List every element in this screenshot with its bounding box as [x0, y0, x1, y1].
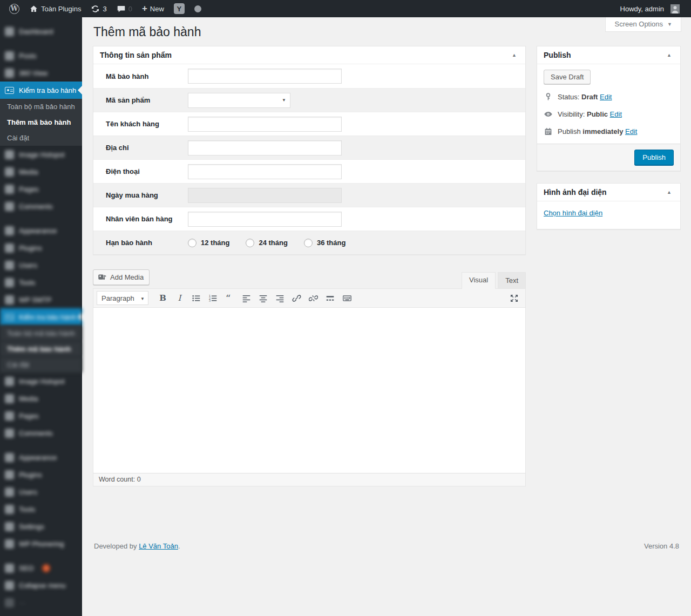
edit-visibility-link[interactable]: Edit [610, 110, 622, 118]
blockquote-icon: “ [225, 294, 234, 303]
italic-button[interactable]: I [172, 291, 187, 305]
warranty-36-months-radio[interactable]: 36 tháng [304, 239, 346, 247]
sidebar-item-label: WP SMTP [19, 296, 51, 304]
sidebar-item[interactable]: Image Hotspot [0, 146, 82, 163]
sidebar-item[interactable]: 360 View [0, 64, 82, 82]
sidebar-item[interactable]: Kiểm tra bảo hành [0, 82, 82, 99]
comments-menu[interactable]: 0 [112, 0, 137, 17]
sidebar-item[interactable]: Comments [0, 198, 82, 215]
sidebar-item[interactable]: Settings [0, 518, 82, 535]
sidebar-item[interactable]: Cài đặt [0, 130, 82, 146]
warranty-12-months-radio[interactable]: 12 tháng [188, 239, 229, 247]
sidebar-item-label: Kiểm tra bảo hành [19, 313, 76, 321]
sidebar-item[interactable]: Dashboard [0, 23, 82, 40]
notification-dot-menu[interactable] [189, 0, 206, 17]
email-icon [5, 295, 14, 304]
sidebar-item[interactable]: Pages [0, 407, 82, 424]
align-left-button[interactable] [239, 291, 254, 305]
svg-text:“: “ [226, 294, 231, 303]
sidebar-item-label: Image Hotspot [19, 377, 65, 385]
edit-status-link[interactable]: Edit [600, 93, 612, 101]
screen-options-tab[interactable]: Screen Options ▼ [605, 17, 681, 32]
sidebar-item[interactable]: Toàn bộ mã bảo hành [0, 326, 82, 341]
form-row: Điện thoại [93, 159, 525, 183]
sidebar-item[interactable]: Posts [0, 47, 82, 64]
tab-text[interactable]: Text [498, 272, 526, 288]
sidebar-item[interactable]: WP Phonering [0, 535, 82, 552]
edit-schedule-link[interactable]: Edit [625, 127, 637, 136]
tab-visual[interactable]: Visual [462, 272, 496, 289]
salesperson-input[interactable] [188, 212, 342, 227]
insert-link-button[interactable] [289, 291, 304, 305]
sidebar-item[interactable]: Kiểm tra bảo hành [0, 308, 82, 326]
sidebar-item[interactable]: Users [0, 483, 82, 500]
appearance-icon [5, 453, 14, 462]
sidebar-item[interactable]: WP SMTP [0, 291, 82, 308]
sidebar-item[interactable]: Plugins [0, 239, 82, 256]
add-media-button[interactable]: Add Media [93, 269, 150, 285]
sidebar-item[interactable]: ··· [0, 594, 82, 611]
new-content-menu[interactable]: + New [137, 0, 169, 17]
site-name-menu[interactable]: Toàn Plugins [24, 0, 86, 17]
users-icon [5, 261, 14, 270]
align-right-button[interactable] [272, 291, 288, 305]
editor-content-area[interactable] [93, 308, 525, 473]
sidebar-item[interactable]: Pages [0, 180, 82, 198]
publish-button[interactable]: Publish [634, 150, 674, 165]
yoast-seo-menu[interactable]: Y [169, 0, 189, 17]
sidebar-item[interactable]: Plugins [0, 466, 82, 483]
keyboard-icon [342, 294, 352, 303]
phone-input[interactable] [188, 164, 342, 179]
collapse-toggle-button[interactable]: ▲ [510, 51, 519, 59]
form-row: Tên khách hàng [93, 112, 525, 136]
warranty-code-input[interactable] [188, 69, 342, 84]
sidebar-item[interactable]: SEO 1 [0, 559, 82, 577]
align-right-icon [275, 294, 284, 303]
bold-button[interactable]: B [155, 291, 171, 305]
sidebar-item[interactable]: Toàn bộ mã bảo hành [0, 99, 82, 114]
numbered-list-button[interactable]: 123 [205, 291, 221, 305]
sidebar-item[interactable]: Media [0, 390, 82, 407]
sidebar-item[interactable]: Users [0, 256, 82, 274]
sidebar-item[interactable]: Cài đặt [0, 357, 82, 373]
sidebar-item-label: Posts [19, 52, 37, 60]
bullet-list-button[interactable] [188, 291, 204, 305]
product-info-box: Thông tin sản phẩm ▲ Mã bảo hành Mã sản … [93, 46, 526, 255]
collapse-toggle-button[interactable]: ▲ [665, 188, 674, 196]
visibility-eye-icon [544, 110, 553, 119]
collapse-toggle-button[interactable]: ▲ [665, 51, 674, 59]
align-center-button[interactable] [255, 291, 271, 305]
sidebar-item[interactable]: Tools [0, 274, 82, 291]
sidebar-item[interactable]: Image Hotspot [0, 373, 82, 390]
wordpress-logo-menu[interactable]: W [4, 0, 24, 17]
sidebar-item[interactable]: Comments [0, 424, 82, 442]
chevron-down-icon: ▼ [667, 22, 672, 27]
form-row: Mã sản phẩm ▼ [93, 88, 525, 112]
paragraph-format-select[interactable]: Paragraph ▼ [97, 291, 148, 305]
toolbar-toggle-button[interactable] [339, 291, 355, 305]
address-input[interactable] [188, 140, 342, 155]
remove-link-button[interactable] [306, 291, 321, 305]
account-menu[interactable]: Howdy, admin [615, 0, 685, 17]
sidebar-item[interactable]: Collapse menu [0, 577, 82, 594]
sidebar-item-label: Appearance [19, 453, 57, 462]
sidebar-item-label: ··· [19, 599, 26, 607]
fullscreen-button[interactable] [506, 291, 522, 305]
visibility-value: Public [587, 110, 608, 118]
blockquote-button[interactable]: “ [222, 291, 238, 305]
warranty-24-months-radio[interactable]: 24 tháng [246, 239, 287, 247]
sidebar-item[interactable]: Media [0, 163, 82, 180]
save-draft-button[interactable]: Save Draft [544, 70, 591, 84]
updates-menu[interactable]: 3 [86, 0, 111, 17]
purchase-date-input[interactable] [188, 188, 342, 203]
author-link[interactable]: Lê Văn Toản [139, 542, 178, 550]
customer-name-input[interactable] [188, 117, 342, 132]
sidebar-item[interactable]: Thêm mã bảo hành [0, 114, 82, 130]
sidebar-item[interactable]: Thêm mã bảo hành [0, 341, 82, 357]
sidebar-item[interactable]: Appearance [0, 222, 82, 239]
sidebar-item[interactable]: Appearance [0, 449, 82, 466]
sidebar-item[interactable]: Tools [0, 500, 82, 518]
product-code-select[interactable]: ▼ [188, 93, 290, 108]
choose-featured-image-link[interactable]: Chọn hình đại diện [544, 209, 602, 217]
read-more-tag-button[interactable] [322, 291, 338, 305]
